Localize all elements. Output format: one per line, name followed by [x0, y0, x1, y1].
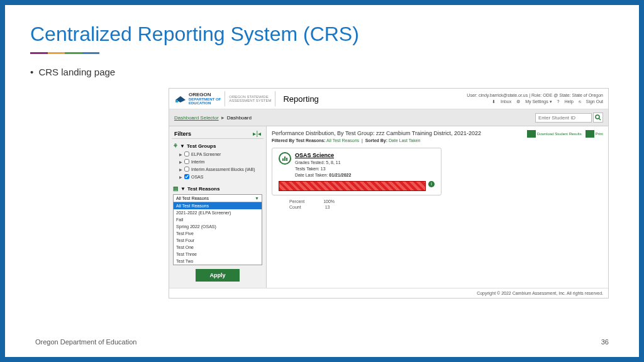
test-group-item[interactable]: ▶OSAS	[172, 173, 264, 180]
dropdown-option[interactable]: Test Two	[174, 258, 262, 265]
info-icon[interactable]: i	[428, 181, 435, 187]
graduation-cap-icon	[174, 94, 187, 104]
collapse-icon[interactable]: ▸|◂	[253, 130, 261, 137]
download-button[interactable]: Download Student Results	[527, 130, 582, 138]
triangle-icon: ▶	[179, 160, 182, 164]
chevron-right-icon: ▸	[221, 114, 225, 121]
page-title: Centralized Reporting System (CRS)	[30, 23, 614, 46]
help-link[interactable]: ? Help	[557, 99, 574, 104]
card-title-link[interactable]: OSAS Science	[295, 152, 351, 158]
user-bar: User: cindy.barrick@state.or.us | Role: …	[467, 93, 603, 104]
filter-icon: ▤	[173, 185, 179, 192]
chart-icon	[279, 152, 291, 165]
app-header: OREGON DEPARTMENT OF EDUCATION OREGON ST…	[169, 89, 608, 109]
test-groups-header[interactable]: ⚘▼ Test Groups	[172, 141, 264, 150]
test-reasons-dropdown[interactable]: All Test Reasons▼ All Test Reasons2021-2…	[173, 194, 262, 265]
main-content: Performance Distribution, By Test Group:…	[267, 126, 608, 288]
student-search-input[interactable]	[535, 113, 592, 123]
settings-link[interactable]: ⚙ My Settings ▾	[516, 99, 552, 104]
dropdown-option[interactable]: Test Three	[174, 251, 262, 258]
crs-app-screenshot: OREGON DEPARTMENT OF EDUCATION OREGON ST…	[169, 88, 609, 299]
report-title: Performance Distribution, By Test Group:…	[272, 130, 527, 136]
svg-rect-4	[282, 158, 284, 161]
checkbox[interactable]	[184, 174, 189, 179]
checkbox[interactable]	[184, 159, 189, 164]
download-icon	[527, 130, 536, 138]
test-reasons-header[interactable]: ▤▼ Test Reasons	[172, 184, 264, 193]
system-name: OREGON STATEWIDE ASSESSMENT SYSTEM	[229, 95, 271, 102]
test-group-item[interactable]: ▶Interim	[172, 158, 264, 165]
chevron-down-icon: ▼	[255, 196, 259, 200]
search-button[interactable]	[593, 112, 603, 123]
test-group-item[interactable]: ▶ELPA Screener	[172, 150, 264, 158]
signout-link[interactable]: ⎋ Sign Out	[579, 99, 603, 104]
test-group-item[interactable]: ▶Interim Assessment Blocks (IAB)	[172, 165, 264, 173]
triangle-icon: ▶	[179, 175, 182, 179]
page-number: 36	[601, 338, 609, 346]
filters-panel: Filters ▸|◂ ⚘▼ Test Groups ▶ELPA Screene…	[169, 126, 267, 288]
dropdown-option[interactable]: Fall	[174, 216, 262, 223]
search-icon	[595, 114, 601, 121]
svg-rect-5	[284, 156, 286, 161]
triangle-icon: ▶	[179, 167, 182, 172]
inbox-link[interactable]: ⬇ Inbox	[492, 99, 511, 104]
svg-line-3	[599, 118, 601, 120]
performance-bar	[279, 181, 426, 191]
card-stats: Percent 100%	[289, 199, 603, 204]
dropdown-option[interactable]: Test Four	[174, 237, 262, 244]
filters-heading: Filters	[174, 131, 191, 137]
checkbox[interactable]	[184, 151, 189, 156]
apply-button[interactable]: Apply	[196, 269, 239, 282]
title-underline	[30, 52, 99, 54]
breadcrumb-link[interactable]: Dashboard Selector	[174, 115, 219, 121]
triangle-icon: ▶	[179, 152, 182, 156]
dropdown-option[interactable]: Test One	[174, 244, 262, 251]
dropdown-option[interactable]: Spring 2022 (OSAS)	[174, 223, 262, 230]
dropdown-option[interactable]: Test Five	[174, 230, 262, 237]
dropdown-option[interactable]: 2021-2022 (ELPA Screener)	[174, 209, 262, 216]
checkbox[interactable]	[184, 167, 189, 172]
ode-logo: OREGON DEPARTMENT OF EDUCATION	[174, 92, 221, 105]
filter-summary: Filtered By Test Reasons: All Test Reaso…	[272, 138, 527, 143]
app-name: Reporting	[283, 94, 318, 104]
test-group-card: OSAS Science Grades Tested: 5, 8, 11 Tes…	[272, 148, 441, 195]
breadcrumb: Dashboard Selector ▸ Dashboard	[169, 109, 608, 126]
share-icon: ⚘	[173, 143, 178, 149]
print-button[interactable]: Print	[586, 130, 603, 138]
bullet-text: CRS landing page	[30, 67, 614, 77]
svg-rect-6	[286, 158, 287, 161]
copyright: Copyright © 2022 Cambium Assessment, Inc…	[169, 288, 608, 298]
svg-rect-1	[175, 100, 178, 102]
footer-left: Oregon Department of Education	[35, 338, 136, 346]
dropdown-option[interactable]: All Test Reasons	[174, 202, 262, 209]
slide: Centralized Reporting System (CRS) CRS l…	[0, 0, 644, 362]
print-icon	[586, 130, 594, 138]
